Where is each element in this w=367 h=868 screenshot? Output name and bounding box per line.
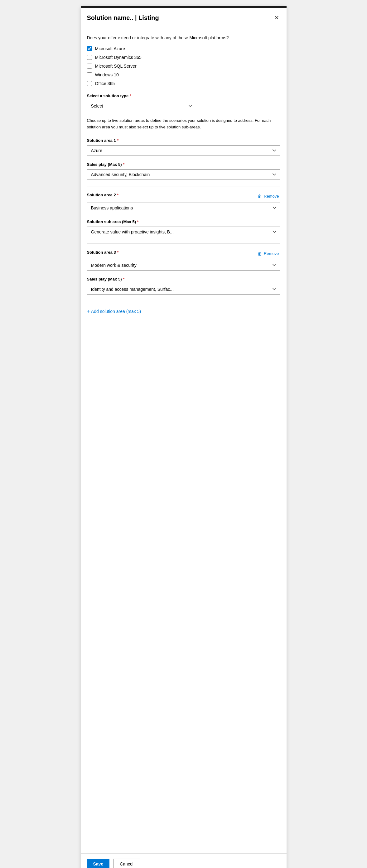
solution-area-3-section: Modern work & security (87, 260, 280, 271)
solution-area-1-label: Solution area 1 * (87, 138, 280, 143)
solution-area-1-dropdown[interactable]: Azure (87, 145, 280, 156)
modal-body: Does your offer extend or integrate with… (81, 27, 286, 854)
platform-office365-label: Office 365 (95, 81, 115, 86)
solution-sub-area-2-label: Solution sub area (Max 5) * (87, 219, 280, 224)
platform-azure-item[interactable]: Microsoft Azure (87, 46, 280, 51)
trash-icon-3: 🗑 (257, 251, 262, 256)
remove-area-3-button[interactable]: 🗑 Remove (256, 250, 280, 257)
trash-icon-2: 🗑 (257, 194, 262, 199)
remove-area-2-label: Remove (264, 194, 279, 198)
modal-header: Solution name.. | Listing ✕ (81, 8, 286, 27)
modal-container: Solution name.. | Listing ✕ Does your of… (81, 6, 286, 868)
solution-area-2-header: Solution area 2 * 🗑 Remove (87, 193, 280, 200)
platform-dynamics-checkbox[interactable] (87, 55, 92, 60)
sales-play-3-section: Sales play (Max 5) * Identity and access… (87, 277, 280, 294)
platform-windows10-item[interactable]: Windows 10 (87, 72, 280, 77)
solution-area-2-section: Business applications (87, 203, 280, 213)
divider-3 (87, 301, 280, 301)
platform-azure-checkbox[interactable] (87, 46, 92, 51)
solution-area-3-block: Solution area 3 * 🗑 Remove Modern work &… (87, 250, 280, 294)
solution-type-section: Select a solution type * Select Option 1… (87, 93, 280, 111)
platform-office365-checkbox[interactable] (87, 81, 92, 86)
remove-area-3-label: Remove (264, 251, 279, 256)
solution-area-3-header: Solution area 3 * 🗑 Remove (87, 250, 280, 257)
platforms-checkbox-group: Microsoft Azure Microsoft Dynamics 365 M… (87, 46, 280, 86)
divider-1 (87, 186, 280, 186)
sales-play-1-dropdown[interactable]: Advanced security, Blockchain (87, 169, 280, 180)
platform-dynamics-label: Microsoft Dynamics 365 (95, 55, 142, 60)
add-solution-area-label: Add solution area (max 5) (91, 309, 141, 314)
cancel-button[interactable]: Cancel (113, 859, 140, 868)
solution-area-3-label: Solution area 3 * (87, 250, 119, 255)
solution-sub-area-2-dropdown[interactable]: Generate value with proactive insights, … (87, 226, 280, 237)
solution-type-dropdown[interactable]: Select Option 1 Option 2 (87, 101, 196, 111)
close-button[interactable]: ✕ (273, 13, 280, 23)
platform-windows10-label: Windows 10 (95, 72, 119, 77)
platform-sql-item[interactable]: Microsoft SQL Server (87, 64, 280, 68)
platform-windows10-checkbox[interactable] (87, 72, 92, 77)
platform-dynamics-item[interactable]: Microsoft Dynamics 365 (87, 55, 280, 60)
platform-sql-label: Microsoft SQL Server (95, 64, 136, 68)
solution-sub-area-2-section: Solution sub area (Max 5) * Generate val… (87, 219, 280, 237)
solution-area-1-block: Solution area 1 * Azure Sales play (Max … (87, 138, 280, 180)
save-button[interactable]: Save (87, 859, 110, 868)
solution-area-1-section: Solution area 1 * Azure (87, 138, 280, 156)
solution-area-3-dropdown[interactable]: Modern work & security (87, 260, 280, 271)
sales-play-3-label: Sales play (Max 5) * (87, 277, 280, 281)
modal-footer: Save Cancel (81, 854, 286, 868)
plus-icon: + (87, 309, 90, 314)
content-spacer (87, 314, 280, 595)
platforms-question: Does your offer extend or integrate with… (87, 35, 280, 41)
close-icon: ✕ (274, 14, 279, 21)
modal-title: Solution name.. | Listing (87, 14, 159, 22)
sales-play-1-section: Sales play (Max 5) * Advanced security, … (87, 162, 280, 180)
solution-area-2-dropdown[interactable]: Business applications (87, 203, 280, 213)
sales-play-1-label: Sales play (Max 5) * (87, 162, 280, 167)
add-solution-area-button[interactable]: + Add solution area (max 5) (87, 309, 141, 314)
platform-azure-label: Microsoft Azure (95, 46, 125, 51)
info-text: Choose up to five solution areas to defi… (87, 118, 280, 131)
solution-type-label: Select a solution type * (87, 93, 280, 98)
divider-2 (87, 243, 280, 244)
solution-area-2-label: Solution area 2 * (87, 193, 119, 197)
solution-area-2-block: Solution area 2 * 🗑 Remove Business appl… (87, 193, 280, 237)
platform-office365-item[interactable]: Office 365 (87, 81, 280, 86)
platform-sql-checkbox[interactable] (87, 64, 92, 68)
sales-play-3-dropdown[interactable]: Identity and access management, Surfac..… (87, 284, 280, 294)
remove-area-2-button[interactable]: 🗑 Remove (256, 193, 280, 200)
